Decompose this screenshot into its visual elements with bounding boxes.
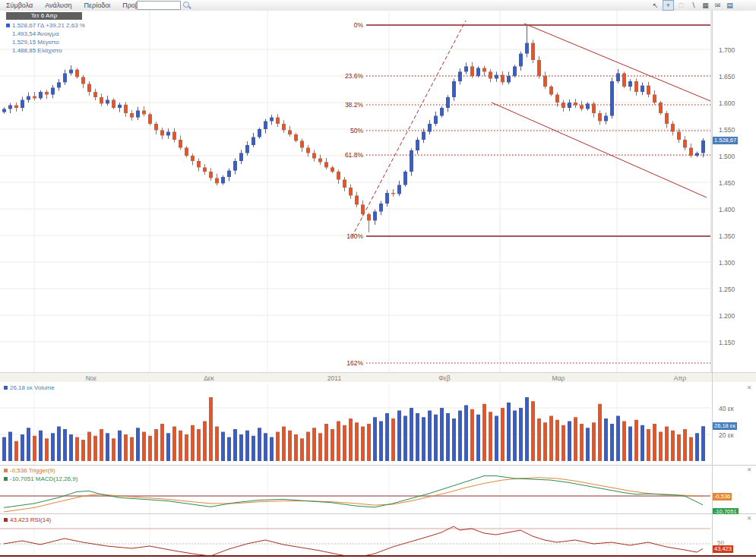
macd-pane[interactable]: -0,536 Trigger(9) -10,7051 MACD(12,26,9)… — [0, 466, 756, 514]
svg-text:50%: 50% — [350, 127, 363, 134]
price-axis-label: 1.400 — [719, 206, 753, 213]
close-rsi-pane-button[interactable]: ✕ — [746, 516, 752, 522]
price-axis-label: 1.500 — [719, 153, 753, 160]
svg-text:61.8%: 61.8% — [345, 151, 364, 159]
price-axis-label: 1.700 — [719, 46, 753, 54]
menu-items: ΣύμβολαΑνάλυσηΠερίοδοιΠροβολή — [0, 0, 156, 11]
price-axis-label: 1.150 — [719, 339, 753, 346]
grid-icon[interactable]: ▦ — [701, 1, 710, 10]
legend-open: 1.493,54 Άνοιγμα — [12, 30, 85, 38]
legend-low: 1.488,85 Ελάχιστο — [12, 46, 85, 55]
toolbar: ↖+□∖▦✉▤ — [650, 0, 735, 11]
svg-text:0%: 0% — [354, 21, 364, 29]
svg-text:23.6%: 23.6% — [345, 72, 364, 80]
save-icon[interactable]: ▤ — [725, 1, 735, 10]
line-tool-icon[interactable]: ∖ — [688, 1, 698, 10]
volume-marker-icon — [4, 386, 8, 390]
trigger-label: -0,536 Trigger(9) — [4, 467, 55, 474]
close-macd-pane-button[interactable]: ✕ — [746, 467, 752, 473]
chart-application-window: ΣύμβολαΑνάλυσηΠερίοδοιΠροβολή ↖+□∖▦✉▤ 0%… — [0, 0, 756, 559]
price-axis-separator — [712, 11, 713, 555]
search-button[interactable] — [182, 1, 191, 10]
legend-date: Τετ 6 Απρ — [6, 12, 82, 20]
rsi-label: 43,423 RSI(14) — [4, 516, 51, 523]
price-axis-label: 1.300 — [719, 259, 753, 267]
svg-text:162%: 162% — [346, 359, 363, 367]
svg-text:38.2%: 38.2% — [345, 101, 364, 109]
macd-marker-icon — [4, 477, 8, 481]
price-axis-label: 1.550 — [719, 126, 753, 134]
svg-text:100%: 100% — [346, 232, 363, 240]
price-axis-label: 1.350 — [719, 232, 753, 240]
price-axis-label: 1.250 — [719, 286, 753, 293]
candlestick-chart[interactable]: 0%23.6%38.2%50%61.8%100%162% — [0, 11, 712, 372]
rsi-value-tag: 43,423 — [713, 545, 733, 553]
price-axis-label: 1.450 — [719, 179, 753, 187]
volume-axis-label: 20 εκ — [719, 431, 753, 439]
menu-item-1[interactable]: Ανάλυση — [39, 0, 77, 11]
price-axis-label: 1.200 — [719, 312, 753, 320]
chart-legend: Τετ 6 Απρ 1.528,67 ΓΔ +39,21 2,63 % 1.49… — [6, 12, 85, 55]
legend-high: 1.529,15 Μέγιστο — [12, 38, 85, 46]
main-chart-pane[interactable]: 0%23.6%38.2%50%61.8%100%162% Τετ 6 Απρ 1… — [0, 11, 756, 372]
volume-axis-label: 40 εκ — [719, 405, 753, 412]
macd-label: -10,7051 MACD(12,26,9) — [4, 475, 77, 482]
volume-tag: 26,18 εκ — [713, 422, 737, 430]
menu-item-2[interactable]: Περίοδοι — [78, 0, 117, 11]
rsi-pane[interactable]: 43,423 RSI(14) 50 43,423 ✕ — [0, 514, 756, 557]
time-axis-label: 2011 — [327, 374, 341, 382]
macd-chart[interactable] — [0, 466, 712, 513]
rectangle-icon[interactable]: □ — [676, 1, 686, 10]
time-axis-label: Δεκ — [204, 374, 214, 382]
series-marker-icon — [6, 24, 10, 27]
price-axis-label: 1.600 — [719, 99, 753, 107]
time-axis-label: Απρ — [674, 374, 686, 382]
volume-label: 26,18 εκ Volume — [4, 384, 55, 391]
trigger-marker-icon — [4, 469, 8, 472]
symbol-search-input[interactable] — [137, 1, 181, 10]
mail-icon[interactable]: ✉ — [713, 1, 723, 10]
time-axis-label: Νοε — [86, 374, 97, 382]
volume-pane[interactable]: 26,18 εκ Volume 26,18 εκ ✕ 40 εκ20 εκ — [0, 382, 756, 466]
last-price-tag: 1.528,67 — [713, 137, 738, 144]
time-axis-label: Φεβ — [438, 374, 450, 382]
close-volume-pane-button[interactable]: ✕ — [746, 385, 752, 391]
menubar: ΣύμβολαΑνάλυσηΠερίοδοιΠροβολή ↖+□∖▦✉▤ — [0, 0, 756, 11]
legend-last-price: 1.528,67 ΓΔ +39,21 2,63 % — [6, 21, 85, 30]
volume-chart[interactable] — [0, 382, 712, 465]
pointer-icon[interactable]: ↖ — [650, 1, 660, 10]
time-axis-label: Μαρ — [552, 374, 565, 382]
rsi-marker-icon — [4, 518, 8, 522]
rsi-chart[interactable] — [0, 514, 712, 555]
menu-item-0[interactable]: Σύμβολα — [0, 0, 39, 11]
trigger-value-tag: -0,536 — [713, 493, 732, 501]
price-axis-label: 1.650 — [719, 73, 753, 81]
crosshair-icon[interactable]: + — [663, 0, 674, 11]
